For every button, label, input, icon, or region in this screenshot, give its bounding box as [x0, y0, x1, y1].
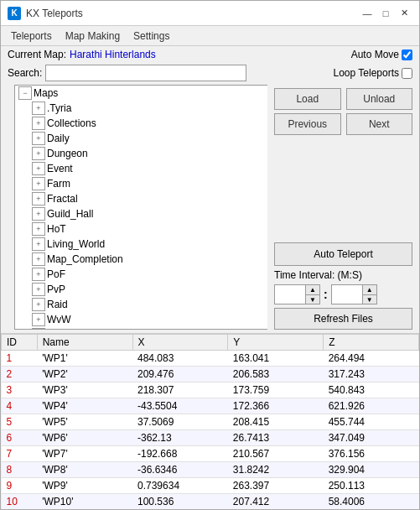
- table-row[interactable]: 7'WP7'-192.668210.567376.156: [2, 446, 419, 462]
- seconds-up-btn[interactable]: ▲: [363, 285, 376, 294]
- tree-label-14: WvW: [47, 314, 71, 325]
- loop-teleports-checkbox[interactable]: [402, 68, 412, 79]
- minutes-up-btn[interactable]: ▲: [306, 285, 319, 294]
- tree-expand-icon-10[interactable]: +: [32, 252, 45, 266]
- table-row[interactable]: 1'WP1'484.083163.041264.494: [2, 351, 419, 367]
- refresh-files-button[interactable]: Refresh Files: [274, 308, 412, 330]
- close-button[interactable]: ✕: [396, 5, 412, 22]
- table-row[interactable]: 6'WP6'-362.1326.7413347.049: [2, 430, 419, 446]
- minimize-button[interactable]: —: [359, 5, 376, 22]
- next-button[interactable]: Next: [346, 113, 413, 135]
- cell-z-7: 329.904: [324, 462, 419, 478]
- cell-id-1: 2: [2, 367, 38, 382]
- tree-item-pof[interactable]: +PoF: [15, 267, 267, 282]
- tree-expand-icon-11[interactable]: +: [32, 268, 45, 281]
- tree-panel: − Maps +.Tyria+Collections+Daily+Dungeon…: [14, 85, 267, 330]
- cell-id-5: 6: [2, 430, 38, 446]
- tree-expand-icon-0[interactable]: +: [32, 101, 45, 115]
- table-row[interactable]: 10'WP10'100.536207.41258.4006: [2, 494, 419, 510]
- tree-label-12: PvP: [47, 284, 65, 295]
- cell-y-7: 31.8242: [228, 462, 324, 478]
- table-row[interactable]: 5'WP5'37.5069208.415455.744: [2, 414, 419, 430]
- cell-y-5: 26.7413: [228, 430, 324, 446]
- col-header-name: Name: [37, 335, 132, 351]
- minutes-down-btn[interactable]: ▼: [306, 294, 319, 304]
- loop-teleports-label: Loop Teleports: [333, 67, 399, 79]
- tree-expand-icon-1[interactable]: +: [32, 117, 45, 130]
- tree-expand-icon-12[interactable]: +: [32, 283, 45, 296]
- cell-name-4: 'WP5': [37, 414, 132, 430]
- tree-expand-icon-5[interactable]: +: [32, 177, 45, 190]
- tree-expand-icon-6[interactable]: +: [32, 192, 45, 206]
- table-row[interactable]: 9'WP9'0.739634263.397250.113: [2, 478, 419, 494]
- tree-expand-maps[interactable]: −: [18, 86, 32, 100]
- seconds-spinner[interactable]: 1,0 ▲ ▼: [331, 284, 377, 304]
- tree-label-13: Raid: [47, 299, 68, 310]
- cell-y-0: 163.041: [228, 351, 324, 367]
- tree-item-raid[interactable]: +Raid: [15, 297, 267, 312]
- maximize-button[interactable]: □: [377, 5, 394, 22]
- cell-name-7: 'WP8': [37, 462, 132, 478]
- seconds-down-btn[interactable]: ▼: [363, 294, 376, 304]
- minutes-input[interactable]: 0: [275, 285, 305, 304]
- tree-expand-icon-9[interactable]: +: [32, 237, 45, 251]
- tree-item-hot[interactable]: +HoT: [15, 221, 267, 237]
- seconds-input[interactable]: 1,0: [332, 285, 362, 304]
- cell-y-8: 263.397: [228, 478, 324, 494]
- cell-id-8: 9: [2, 478, 38, 494]
- tree-expand-icon-7[interactable]: +: [32, 207, 45, 221]
- cell-x-4: 37.5069: [132, 414, 228, 430]
- tree-item-collections[interactable]: +Collections: [15, 116, 267, 131]
- cell-y-2: 173.759: [228, 382, 324, 398]
- tree-expand-personal[interactable]: +: [32, 328, 45, 330]
- tree-expand-icon-3[interactable]: +: [32, 147, 45, 160]
- cell-y-3: 172.366: [228, 398, 324, 414]
- table-wrapper[interactable]: ID Name X Y Z 1'WP1'484.083163.041264.49…: [1, 334, 419, 509]
- tree-item-farm[interactable]: +Farm: [15, 176, 267, 191]
- menu-settings[interactable]: Settings: [127, 29, 176, 44]
- tree-item-living-world[interactable]: +Living_World: [15, 237, 267, 252]
- tree-expand-icon-4[interactable]: +: [32, 162, 45, 175]
- table-row[interactable]: 2'WP2'209.476206.583317.243: [2, 367, 419, 382]
- cell-x-8: 0.739634: [132, 478, 228, 494]
- table-row[interactable]: 8'WP8'-36.634631.8242329.904: [2, 462, 419, 478]
- cell-z-6: 376.156: [324, 446, 419, 462]
- tree-item-pvp[interactable]: +PvP: [15, 282, 267, 297]
- previous-button[interactable]: Previous: [274, 113, 341, 135]
- menu-bar: Teleports Map Making Settings: [1, 26, 419, 46]
- window-title: KX Teleports: [26, 8, 359, 19]
- tree-item-fractal[interactable]: +Fractal: [15, 191, 267, 206]
- tree-item-wvw[interactable]: +WvW: [15, 312, 267, 327]
- cell-name-8: 'WP9': [37, 478, 132, 494]
- tree-expand-icon-2[interactable]: +: [32, 132, 45, 145]
- unload-button[interactable]: Unload: [346, 88, 413, 110]
- tree-label-maps: Maps: [34, 87, 58, 99]
- tree-expand-icon-8[interactable]: +: [32, 222, 45, 236]
- tree-item-event[interactable]: +Event: [15, 161, 267, 176]
- cell-z-4: 455.744: [324, 414, 419, 430]
- minutes-spinner[interactable]: 0 ▲ ▼: [274, 284, 320, 304]
- cell-x-6: -192.668: [132, 446, 228, 462]
- table-row[interactable]: 3'WP3'218.307173.759540.843: [2, 382, 419, 398]
- cell-z-2: 540.843: [324, 382, 419, 398]
- menu-map-making[interactable]: Map Making: [59, 29, 127, 44]
- tree-label-8: HoT: [47, 223, 66, 235]
- cell-z-1: 317.243: [324, 367, 419, 382]
- tree-root-maps[interactable]: − Maps: [15, 86, 267, 101]
- auto-move-checkbox[interactable]: [402, 49, 412, 60]
- search-input[interactable]: [45, 65, 246, 81]
- tree-expand-icon-14[interactable]: +: [32, 313, 45, 326]
- auto-teleport-button[interactable]: Auto Teleport: [274, 242, 412, 266]
- tree-expand-icon-13[interactable]: +: [32, 298, 45, 311]
- load-button[interactable]: Load: [274, 88, 341, 110]
- table-row[interactable]: 4'WP4'-43.5504172.366621.926: [2, 398, 419, 414]
- tree-item-daily[interactable]: +Daily: [15, 131, 267, 146]
- tree-item-guild-hall[interactable]: +Guild_Hall: [15, 206, 267, 221]
- cell-id-7: 8: [2, 462, 38, 478]
- menu-teleports[interactable]: Teleports: [4, 29, 59, 44]
- tree-item-map-completion[interactable]: +Map_Completion: [15, 252, 267, 267]
- tree-item-personal[interactable]: + Personal: [15, 327, 267, 330]
- tree-item--tyria[interactable]: +.Tyria: [15, 101, 267, 116]
- cell-name-6: 'WP7': [37, 446, 132, 462]
- tree-item-dungeon[interactable]: +Dungeon: [15, 146, 267, 161]
